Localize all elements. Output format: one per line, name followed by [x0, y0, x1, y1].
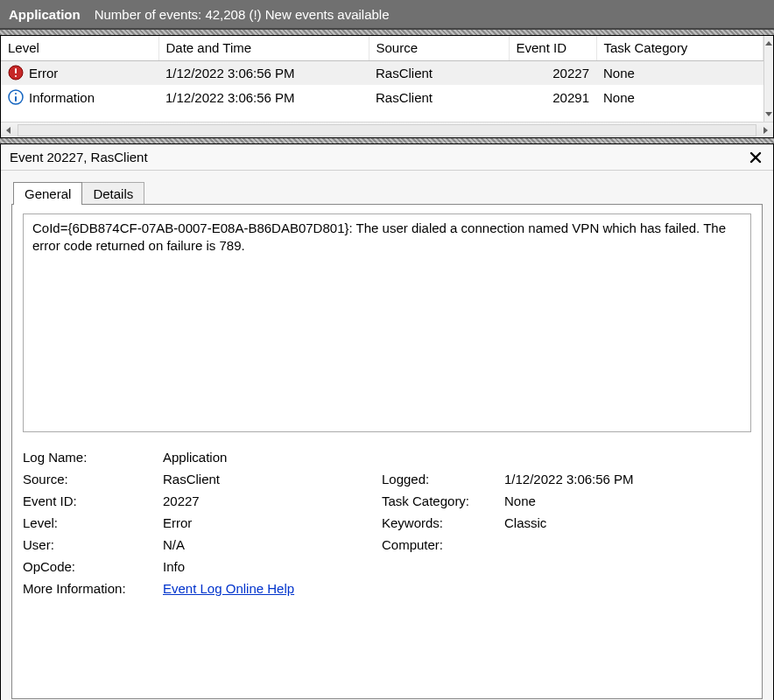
cell-eventid: 20227 — [509, 60, 596, 85]
cell-source: RasClient — [369, 85, 509, 109]
tab-general[interactable]: General — [13, 182, 82, 205]
svg-rect-1 — [15, 68, 17, 74]
col-header-date[interactable]: Date and Time — [158, 36, 369, 60]
title-bar: Application Number of events: 42,208 (!)… — [0, 0, 774, 30]
value-source: RasClient — [163, 472, 382, 486]
value-taskcat: None — [504, 494, 751, 508]
label-moreinfo: More Information: — [23, 581, 154, 596]
col-header-level[interactable]: Level — [1, 36, 158, 60]
value-keywords: Classic — [504, 515, 751, 530]
col-header-eventid[interactable]: Event ID — [509, 36, 596, 60]
detail-tabs: General Details — [13, 181, 773, 204]
event-count-status: Number of events: 42,208 (!) New events … — [95, 7, 390, 22]
event-detail-pane: Event 20227, RasClient General Details C… — [0, 144, 774, 700]
grid-horizontal-scrollbar[interactable] — [1, 122, 773, 137]
label-taskcat: Task Category: — [382, 494, 504, 508]
value-opcode: Info — [163, 559, 751, 574]
value-user: N/A — [163, 537, 382, 552]
col-header-source[interactable]: Source — [369, 36, 509, 60]
label-eventid: Event ID: — [23, 494, 163, 508]
table-row[interactable]: Error1/12/2022 3:06:56 PMRasClient20227N… — [1, 60, 763, 85]
value-logged: 1/12/2022 3:06:56 PM — [504, 472, 751, 486]
level-text: Error — [29, 66, 58, 80]
tab-panel-general: CoId={6DB874CF-07AB-0007-E08A-B86DAB07D8… — [11, 204, 763, 699]
close-icon[interactable] — [747, 149, 764, 166]
label-logged: Logged: — [382, 472, 504, 486]
value-logname: Application — [163, 450, 751, 465]
label-keywords: Keywords: — [382, 515, 504, 530]
link-event-log-online-help[interactable]: Event Log Online Help — [163, 581, 294, 596]
value-eventid: 20227 — [163, 494, 382, 508]
svg-rect-2 — [15, 75, 17, 77]
label-logname: Log Name: — [23, 450, 163, 465]
cell-eventid: 20291 — [509, 85, 596, 109]
cell-date: 1/12/2022 3:06:56 PM — [158, 60, 369, 85]
label-user: User: — [23, 537, 163, 552]
svg-rect-5 — [15, 93, 17, 94]
hscroll-track[interactable] — [18, 124, 756, 136]
col-header-task[interactable]: Task Category — [596, 36, 763, 60]
scroll-down-icon[interactable] — [764, 106, 773, 122]
table-row[interactable]: Information1/12/2022 3:06:56 PMRasClient… — [1, 85, 763, 109]
error-icon — [8, 65, 24, 80]
label-source: Source: — [23, 472, 163, 486]
level-text: Information — [29, 90, 95, 105]
label-opcode: OpCode: — [23, 559, 163, 574]
cell-date: 1/12/2022 3:06:56 PM — [158, 85, 369, 109]
event-properties: Log Name: Application Source: RasClient … — [23, 450, 751, 596]
cell-task: None — [596, 85, 763, 109]
cell-task: None — [596, 60, 763, 85]
label-computer: Computer: — [382, 537, 504, 552]
scroll-left-icon[interactable] — [1, 122, 17, 137]
events-grid: Level Date and Time Source Event ID Task… — [0, 35, 774, 138]
value-level: Error — [163, 515, 382, 530]
svg-rect-4 — [15, 96, 17, 102]
event-description[interactable]: CoId={6DB874CF-07AB-0007-E08A-B86DAB07D8… — [23, 214, 751, 432]
detail-title: Event 20227, RasClient — [10, 150, 148, 164]
info-icon — [8, 89, 24, 105]
cell-source: RasClient — [369, 60, 509, 85]
grid-header: Level Date and Time Source Event ID Task… — [1, 36, 763, 60]
app-title: Application — [9, 7, 81, 22]
scroll-right-icon[interactable] — [757, 122, 773, 137]
grid-vertical-scrollbar[interactable] — [763, 36, 773, 122]
scroll-up-icon[interactable] — [764, 36, 773, 52]
value-computer — [504, 537, 751, 552]
tab-details[interactable]: Details — [81, 182, 144, 205]
label-level: Level: — [23, 515, 163, 530]
